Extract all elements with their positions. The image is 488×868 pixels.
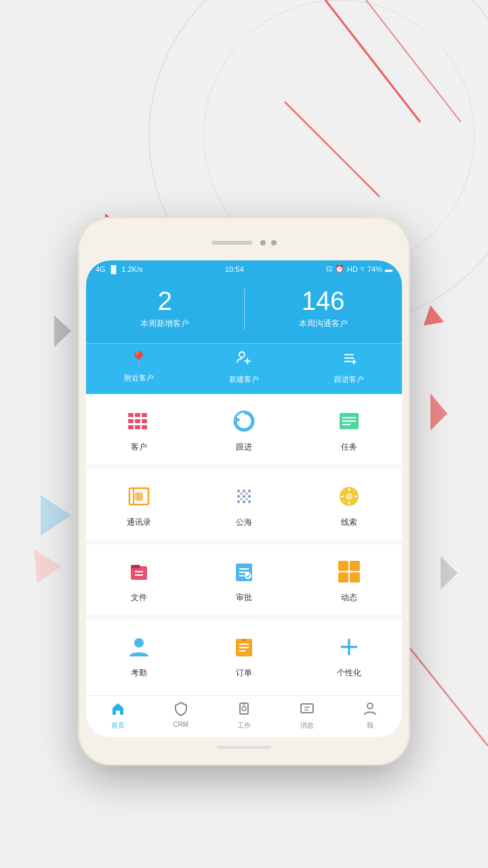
svg-rect-27	[142, 419, 147, 423]
svg-point-50	[245, 498, 248, 500]
battery-percent: 74%	[367, 265, 382, 273]
svg-point-46	[248, 500, 251, 503]
bottom-nav: 首页 CRM	[86, 695, 402, 737]
messages-nav-label: 消息	[300, 721, 314, 730]
grid-item-tasks[interactable]: 任务	[297, 394, 402, 464]
nav-messages[interactable]: 消息	[276, 696, 339, 737]
network-speed: 1.2K/s	[121, 265, 142, 273]
contact-customers-number: 146	[245, 288, 403, 314]
personalize-label: 个性化	[337, 667, 361, 679]
leads-icon	[334, 481, 364, 511]
profile-icon	[363, 701, 378, 719]
svg-point-49	[240, 498, 243, 500]
follow-customer-action[interactable]: 跟进客户	[297, 351, 402, 384]
svg-point-42	[243, 495, 245, 498]
svg-point-38	[237, 490, 240, 492]
attendance-label: 考勤	[131, 667, 147, 679]
svg-rect-29	[135, 425, 140, 429]
sim-icon: ⊡	[326, 264, 332, 273]
personalize-icon	[334, 632, 364, 662]
svg-point-39	[243, 490, 245, 492]
followup-label: 跟进	[236, 441, 252, 453]
svg-line-12	[407, 644, 488, 746]
grid-row-4: 考勤 订单	[86, 620, 402, 690]
grid-row-2: 通讯录	[86, 469, 402, 539]
svg-point-48	[245, 492, 248, 495]
svg-marker-7	[424, 305, 444, 326]
svg-point-65	[245, 572, 251, 579]
nearby-customers-action[interactable]: 📍 附近客户	[86, 351, 191, 384]
svg-marker-32	[236, 417, 241, 422]
svg-rect-23	[135, 413, 140, 417]
speaker	[211, 241, 252, 245]
follow-icon	[297, 351, 402, 370]
svg-rect-22	[128, 413, 134, 417]
signal-bars: ▐▌	[108, 265, 119, 273]
public-sea-icon	[229, 481, 259, 511]
grid-item-customers[interactable]: 客户	[86, 394, 191, 464]
followup-icon	[229, 406, 259, 436]
svg-line-2	[325, 0, 420, 122]
grid-item-followup[interactable]: 跟进	[191, 394, 296, 464]
svg-rect-83	[301, 704, 313, 713]
files-icon	[124, 557, 154, 587]
new-customers-number: 2	[86, 288, 244, 314]
home-icon	[110, 701, 125, 719]
contact-customers-label: 本周沟通客户	[245, 318, 403, 330]
messages-icon	[300, 701, 314, 719]
svg-point-47	[240, 492, 243, 495]
grid-item-personalize[interactable]: 个性化	[297, 620, 402, 690]
svg-line-4	[285, 102, 380, 197]
leads-label: 线索	[341, 517, 357, 528]
home-nav-label: 首页	[111, 721, 125, 730]
follow-label: 跟进客户	[334, 375, 364, 383]
svg-marker-9	[54, 315, 71, 347]
grid-item-orders[interactable]: 订单	[191, 620, 296, 690]
svg-point-43	[248, 495, 251, 498]
tasks-label: 任务	[341, 441, 357, 453]
new-customer-label: 新建客户	[229, 375, 259, 383]
new-customer-action[interactable]: 新建客户	[191, 351, 296, 384]
alarm-icon: ⏰	[335, 264, 344, 273]
main-content: 客户 跟进	[86, 394, 402, 690]
phone-frame: 4G ▐▌ 1.2K/s 10:54 ⊡ ⏰ HD ▿ 74% ▬ 2	[78, 217, 410, 766]
crm-icon	[174, 701, 188, 719]
header-stats: 2 本周新增客户 146 本周沟通客户	[86, 277, 402, 343]
grid-item-approval[interactable]: 审批	[191, 545, 296, 614]
orders-label: 订单	[236, 667, 252, 679]
svg-point-40	[248, 490, 251, 492]
svg-point-14	[239, 352, 245, 357]
grid-item-leads[interactable]: 线索	[297, 469, 402, 539]
work-icon	[237, 701, 251, 719]
svg-rect-58	[131, 565, 140, 568]
svg-point-45	[243, 500, 245, 503]
orders-icon	[229, 632, 259, 662]
dynamics-label: 动态	[341, 592, 357, 604]
grid-item-attendance[interactable]: 考勤	[86, 620, 191, 690]
svg-point-86	[367, 703, 373, 709]
new-customers-label: 本周新增客户	[86, 318, 244, 330]
selfie-camera	[271, 240, 277, 245]
add-customer-icon	[191, 351, 296, 370]
contacts-label: 通讯录	[127, 517, 151, 528]
svg-rect-30	[142, 425, 147, 429]
svg-marker-8	[430, 393, 447, 431]
status-right: ⊡ ⏰ HD ▿ 74% ▬	[326, 264, 392, 273]
nav-work[interactable]: 工作	[212, 696, 275, 737]
svg-line-3	[366, 0, 461, 122]
tasks-icon	[334, 406, 364, 436]
work-nav-label: 工作	[237, 721, 251, 730]
grid-item-contacts[interactable]: 通讯录	[86, 469, 191, 539]
svg-point-72	[134, 638, 144, 648]
nav-crm[interactable]: CRM	[149, 696, 212, 737]
grid-item-files[interactable]: 文件	[86, 545, 191, 614]
profile-nav-label: 我	[367, 721, 373, 730]
grid-item-dynamics[interactable]: 动态	[297, 545, 402, 614]
clock: 10:54	[225, 265, 244, 273]
nav-profile[interactable]: 我	[339, 696, 402, 737]
phone-top-bar	[86, 225, 402, 260]
nav-home[interactable]: 首页	[86, 696, 149, 737]
svg-point-41	[237, 495, 240, 498]
crm-nav-label: CRM	[173, 721, 188, 728]
grid-item-public-sea[interactable]: 公海	[191, 469, 296, 539]
